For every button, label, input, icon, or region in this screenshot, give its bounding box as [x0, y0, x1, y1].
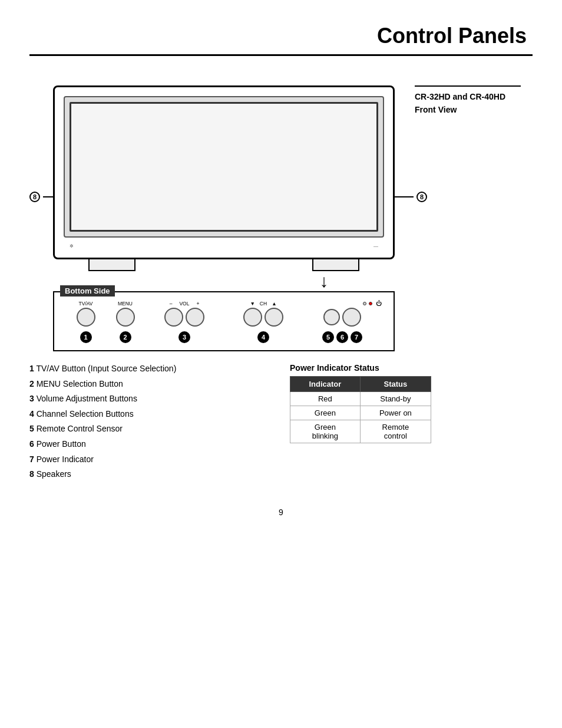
tv-area: 8 8 ✲ — [29, 80, 403, 351]
tvav-label: TV/AV [66, 301, 105, 307]
list-item-8: 8 Speakers [29, 469, 272, 480]
model-label: CR-32HD and CR-40HD Front View [415, 90, 533, 117]
button-567 [303, 308, 382, 327]
button-menu [105, 308, 145, 327]
col-status: Status [360, 377, 431, 392]
vol-label: – VOL + [145, 301, 224, 307]
status-cell: Remote control [360, 420, 431, 443]
num-4: 4 [224, 329, 303, 343]
tv-diagram: ✲ — [53, 85, 395, 259]
page-title: Control Panels [0, 0, 562, 54]
indicator-cell: Red [290, 392, 361, 406]
button-circle-3b [186, 308, 204, 327]
button-circle-6 [342, 308, 361, 327]
bottom-side-panel: Bottom Side TV/AV MENU – VOL [53, 291, 395, 351]
status-cell: Stand-by [360, 392, 431, 406]
table-row: GreenPower on [290, 406, 431, 420]
table-row: Green blinkingRemote control [290, 420, 431, 443]
list-item-7: 7 Power Indicator [29, 454, 272, 466]
list-item-1: 1 TV/AV Button (Input Source Selection) [29, 363, 272, 375]
indicator-table: Indicator Status RedStand-byGreenPower o… [290, 376, 431, 443]
ch-label: ▼ CH ▲ [224, 301, 303, 307]
tv-bottom-bar: ✲ — [64, 241, 384, 252]
button-circles [61, 308, 386, 327]
list-item-2: 2 MENU Selection Button [29, 378, 272, 390]
page-number: 9 [29, 508, 533, 517]
num-1: 1 [66, 329, 105, 343]
list-item-3: 3 Volume Adjustment Buttons [29, 393, 272, 405]
button-circle-1 [77, 308, 95, 327]
button-circle-4b [265, 308, 283, 327]
col-indicator: Indicator [290, 377, 361, 392]
tv-stand-right [312, 259, 359, 271]
button-circle-2 [116, 308, 135, 327]
tv-stand-left [88, 259, 135, 271]
menu-label: MENU [105, 301, 145, 307]
indicator-dot-2 [369, 302, 372, 305]
button-numbers: 1 2 3 4 5 [61, 327, 386, 343]
indicator-dot-1 [363, 302, 366, 305]
indicator-cell: Green blinking [290, 420, 361, 443]
diagram-section: 8 8 ✲ — [29, 80, 533, 351]
indicator-cell: Green [290, 406, 361, 420]
table-row: RedStand-by [290, 392, 431, 406]
arrow-down: ↓ [253, 272, 395, 290]
numbered-list: 1 TV/AV Button (Input Source Selection)2… [29, 363, 272, 484]
tv-screen [70, 102, 378, 232]
power-indicator-section: Power Indicator Status Indicator Status … [290, 363, 533, 484]
button-vol [145, 308, 224, 327]
list-item-5: 5 Remote Control Sensor [29, 423, 272, 435]
list-item-6: 6 Power Button [29, 439, 272, 450]
bottom-side-label: Bottom Side [60, 285, 115, 297]
power-indicator-title: Power Indicator Status [290, 363, 533, 373]
labels-section: 1 TV/AV Button (Input Source Selection)2… [29, 363, 533, 484]
side-model-label: CR-32HD and CR-40HD Front View [415, 80, 533, 351]
num-3: 3 [145, 329, 224, 343]
button-circle-4a [243, 308, 262, 327]
button-ch [224, 308, 303, 327]
tv-stands [53, 259, 395, 271]
num-567: 5 6 7 [303, 329, 382, 343]
power-indicators-label: ⏻ [303, 300, 382, 307]
button-top-labels: TV/AV MENU – VOL + [61, 297, 386, 307]
status-cell: Power on [360, 406, 431, 420]
button-tvav [66, 308, 105, 327]
model-label-bar [415, 85, 521, 87]
button-circle-3a [164, 308, 183, 327]
tv-bezel [64, 96, 384, 238]
speaker-right: 8 [393, 192, 427, 202]
speaker-left-number: 8 [29, 192, 40, 202]
speaker-right-number: 8 [416, 192, 427, 202]
num-2: 2 [105, 329, 145, 343]
list-item-4: 4 Channel Selection Buttons [29, 409, 272, 420]
button-circle-5 [323, 309, 340, 325]
